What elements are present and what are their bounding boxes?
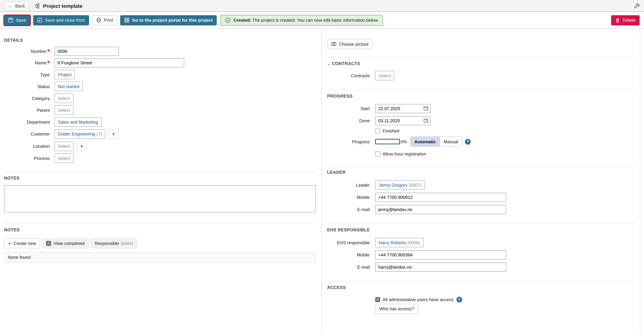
leader-chip[interactable]: Jenny Gregory(0007) (375, 180, 425, 190)
responsible-label: Responsible (95, 241, 119, 246)
category-label: Category (4, 96, 50, 101)
contracts-select[interactable]: Select (375, 71, 394, 80)
page-title: Project template (34, 3, 82, 9)
customer-chip[interactable]: Dublin Engineering(7) (54, 129, 105, 139)
divider (327, 224, 636, 224)
ehs-mobile-row: Mobile (327, 250, 636, 259)
project-portal-button[interactable]: Go to the project portal for this projec… (120, 15, 217, 25)
plus-icon: + (80, 143, 84, 149)
parent-label: Parent (4, 108, 50, 113)
location-row: Location Select + (4, 141, 315, 151)
add-location-button[interactable]: + (77, 141, 87, 151)
who-has-access-label: Who has access? (379, 306, 414, 311)
done-label: Done (327, 118, 370, 123)
save-icon (8, 18, 13, 23)
number-input[interactable] (54, 47, 119, 56)
manual-option[interactable]: Manual (440, 137, 462, 146)
view-completed-label: View completed (54, 241, 85, 246)
left-column: DETAILS Number✱ Name✱ Type Project Statu… (0, 29, 322, 334)
delete-button[interactable]: Delete (611, 15, 640, 25)
location-select[interactable]: Select (54, 141, 74, 151)
parent-row: Parent Select (4, 105, 315, 115)
add-customer-button[interactable]: + (109, 129, 118, 139)
start-date-input[interactable] (375, 104, 431, 113)
responsible-select[interactable]: Select (121, 241, 133, 246)
process-select[interactable]: Select (54, 153, 74, 163)
who-has-access-row: Who has access? (327, 304, 636, 314)
calendar-icon[interactable] (423, 118, 429, 123)
ehs-email-input[interactable] (375, 262, 506, 272)
department-label: Department (4, 119, 50, 125)
required-icon: ✱ (47, 49, 50, 52)
customer-name: Dublin Engineering (58, 131, 95, 137)
finished-label: Finished (382, 128, 399, 133)
divider (327, 166, 636, 166)
notes-empty-text: None found (8, 255, 30, 260)
department-chip[interactable]: Sales and Marketing (54, 117, 102, 127)
process-label: Process (4, 156, 50, 161)
contracts-row: Contracts Select (327, 71, 636, 80)
help-icon[interactable]: ? (465, 139, 471, 144)
portal-grid-icon (124, 18, 129, 23)
help-icon[interactable]: ? (456, 297, 462, 302)
print-label: Print (104, 18, 113, 23)
type-chip[interactable]: Project (54, 70, 75, 79)
done-row: Done (327, 116, 636, 125)
ehs-name: Harry Roberts (378, 240, 406, 245)
notes-heading: NOTES (4, 175, 315, 181)
save-and-close-button[interactable]: Save and close form (33, 15, 89, 25)
name-row: Name✱ (4, 58, 315, 67)
check-icon: ✓ (376, 298, 379, 301)
project-hierarchy-icon (34, 3, 40, 9)
who-has-access-button[interactable]: Who has access? (375, 304, 418, 314)
choose-picture-button[interactable]: Choose picture (327, 39, 372, 49)
notes-textarea[interactable] (4, 185, 316, 212)
print-button[interactable]: Print (92, 15, 117, 25)
app-window: ← Back Project template (0, 0, 644, 334)
email-label: E-mail (327, 264, 370, 270)
plus-icon: + (8, 240, 11, 246)
allow-hours-checkbox[interactable] (375, 151, 380, 157)
category-select[interactable]: Select (54, 94, 74, 103)
ehs-label: EHS responsible (327, 240, 370, 245)
created-text: The project is created. You can now edit… (252, 18, 379, 23)
allow-hours-label: Allow hour registration (382, 151, 426, 157)
done-date-input[interactable] (375, 116, 431, 125)
divider (327, 281, 636, 281)
status-chip[interactable]: Not started (54, 82, 83, 91)
notes-toolbar: + Create new ✓ View completed Responsibl… (4, 238, 315, 248)
view-completed-toggle[interactable]: ✓ View completed (42, 238, 89, 248)
contracts-heading[interactable]: ⌄ CONTRACTS (327, 61, 636, 66)
automatic-option[interactable]: Automatic (411, 137, 440, 146)
leader-email-input[interactable] (375, 205, 506, 214)
customer-label: Customer (4, 131, 50, 137)
back-button[interactable]: ← Back (4, 1, 29, 10)
divider (327, 57, 636, 58)
admin-access-checkbox[interactable]: ✓ (375, 297, 380, 302)
settings-button[interactable] (634, 3, 640, 9)
start-row: Start (327, 104, 636, 113)
create-note-button[interactable]: + Create new (4, 238, 40, 248)
name-input[interactable] (54, 58, 184, 67)
done-date-field (375, 116, 431, 125)
calendar-icon[interactable] (423, 106, 429, 111)
save-button[interactable]: Save (4, 15, 30, 25)
portal-label: Go to the project portal for this projec… (132, 18, 213, 23)
ehs-mobile-input[interactable] (375, 250, 506, 259)
category-row: Category Select (4, 94, 315, 103)
start-label: Start (327, 106, 370, 111)
leader-mobile-input[interactable] (375, 193, 506, 202)
parent-select[interactable]: Select (54, 105, 74, 115)
divider (4, 172, 315, 172)
page-title-text: Project template (43, 3, 82, 9)
department-row: Department Sales and Marketing (4, 117, 315, 127)
view-completed-checkbox[interactable]: ✓ (46, 241, 51, 246)
leader-email-row: E-mail (327, 205, 636, 214)
ehs-chip[interactable]: Harry Roberts(0006) (375, 238, 424, 247)
responsible-filter[interactable]: Responsible Select (91, 238, 137, 248)
plus-icon: + (112, 131, 115, 137)
finished-checkbox[interactable] (375, 128, 380, 133)
process-row: Process Select (4, 153, 315, 163)
check-icon: ✓ (47, 241, 50, 245)
admin-access-label: All administrative users have access (382, 297, 454, 302)
